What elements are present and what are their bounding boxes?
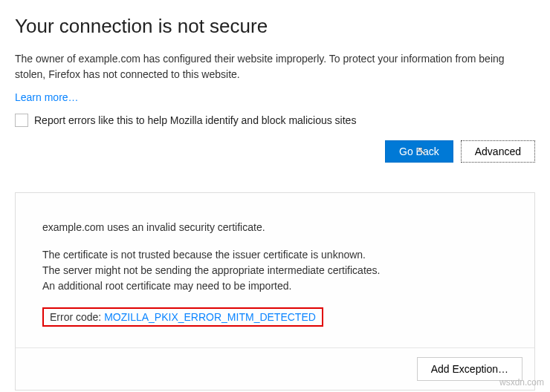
learn-more-link[interactable]: Learn more… [15,91,79,103]
details-line-3: The server might not be sending the appr… [42,263,508,278]
error-code-row: Error code: MOZILLA_PKIX_ERROR_MITM_DETE… [42,307,323,327]
exception-row: Add Exception… [16,347,534,390]
watermark: wsxdn.com [499,377,544,388]
go-back-label: Go Back [399,146,439,157]
report-errors-checkbox[interactable] [15,114,28,127]
page-title: Your connection is not secure [15,15,535,38]
warning-description: The owner of example.com has configured … [15,51,535,82]
advanced-button[interactable]: Advanced [461,140,535,163]
button-row: Go Back ↖ Advanced [15,140,535,163]
details-line-2: The certificate is not trusted because t… [42,247,508,263]
go-back-button[interactable]: Go Back ↖ [385,140,453,163]
report-errors-row: Report errors like this to help Mozilla … [15,114,535,127]
details-line-1: example.com uses an invalid security cer… [42,220,508,235]
details-line-4: An additional root certificate may need … [42,278,508,294]
error-code-label: Error code: [50,311,104,323]
report-errors-label: Report errors like this to help Mozilla … [34,114,356,126]
error-code-link[interactable]: MOZILLA_PKIX_ERROR_MITM_DETECTED [104,311,316,323]
details-panel: example.com uses an invalid security cer… [15,192,535,391]
